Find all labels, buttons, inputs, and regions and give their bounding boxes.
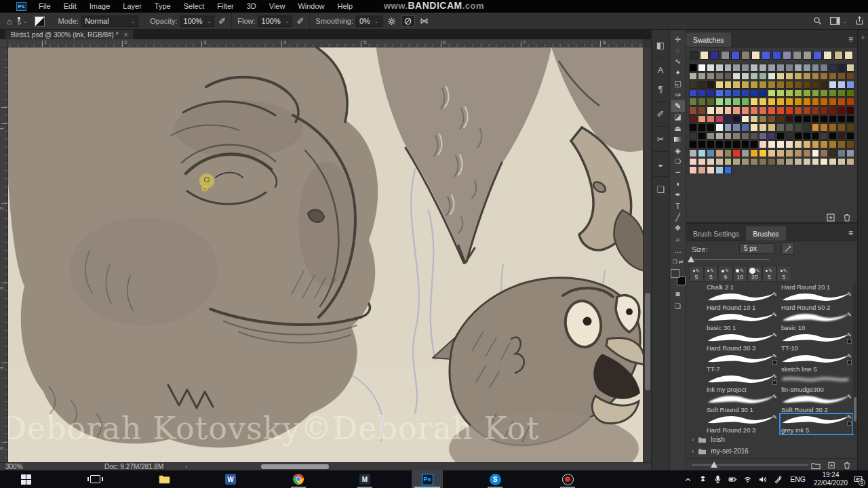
color-swatch[interactable] (715, 158, 724, 166)
color-swatch[interactable] (750, 132, 758, 140)
mode-select[interactable]: Normal ⌄ (81, 16, 138, 27)
color-swatch[interactable] (829, 98, 837, 106)
layers-panel-icon[interactable]: ❏ (653, 182, 668, 197)
battery-icon[interactable] (728, 475, 737, 484)
color-swatch[interactable] (820, 132, 828, 140)
pressure-size-icon[interactable] (401, 15, 415, 27)
smoothing-select[interactable]: 0% ⌄ (356, 16, 382, 27)
clone-stamp-tool[interactable]: ⏏ (671, 123, 685, 134)
color-swatch[interactable] (846, 89, 854, 98)
eyedropper-tool[interactable]: ✑ (671, 89, 685, 100)
color-swatch[interactable] (689, 81, 697, 89)
color-swatch[interactable] (829, 132, 837, 140)
color-swatch[interactable] (820, 158, 828, 166)
slider-thumb[interactable] (688, 256, 694, 262)
clock[interactable]: 19:24 22/04/2020 (814, 471, 848, 487)
color-swatch[interactable] (689, 115, 697, 123)
workspace-switcher[interactable]: ⌄ (830, 17, 847, 25)
color-swatch[interactable] (689, 140, 697, 148)
color-swatch[interactable] (689, 132, 697, 140)
color-swatch[interactable] (750, 81, 758, 89)
brush-preset-hard-round-20-3[interactable]: ✎ Hard Round 20 3 (705, 413, 778, 434)
color-swatch[interactable] (759, 73, 767, 81)
recent-brush-tile[interactable]: ✎ 5 (776, 266, 791, 282)
taskbar-app-word[interactable]: W (215, 470, 246, 488)
color-swatch[interactable] (785, 115, 793, 123)
color-swatch[interactable] (846, 81, 854, 89)
color-swatch[interactable] (698, 158, 706, 166)
color-swatch[interactable] (750, 106, 758, 115)
color-swatch[interactable] (715, 73, 724, 81)
vertical-scroll-thumb[interactable] (645, 293, 650, 390)
recent-swatch[interactable] (772, 51, 781, 60)
color-swatch[interactable] (724, 149, 732, 157)
color-swatch[interactable] (759, 123, 767, 131)
color-swatch[interactable] (698, 73, 706, 81)
color-swatch[interactable] (707, 81, 715, 89)
color-swatch[interactable] (715, 166, 724, 174)
color-swatch[interactable] (724, 158, 732, 166)
color-swatch[interactable] (689, 98, 697, 106)
chevron-right-icon[interactable]: › (692, 447, 694, 455)
color-swatch[interactable] (689, 106, 697, 115)
color-swatch[interactable] (724, 140, 732, 148)
panel-menu-icon[interactable]: ≡ (848, 228, 853, 238)
color-swatch[interactable] (698, 81, 706, 89)
color-swatch[interactable] (768, 158, 776, 166)
color-swatch[interactable] (741, 132, 749, 140)
color-swatch[interactable] (768, 89, 776, 98)
color-swatch[interactable] (732, 73, 741, 81)
color-swatch[interactable] (741, 140, 749, 148)
color-swatch[interactable] (837, 98, 846, 106)
color-swatch[interactable] (785, 132, 793, 140)
color-swatch[interactable] (837, 132, 846, 140)
foreground-color[interactable] (671, 269, 679, 278)
color-swatch[interactable] (724, 89, 732, 98)
color-swatch[interactable] (698, 140, 706, 148)
color-swatch[interactable] (837, 123, 846, 131)
color-swatch[interactable] (724, 64, 732, 72)
color-swatch[interactable] (846, 158, 854, 166)
canvas-vertical-scrollbar[interactable] (643, 47, 651, 462)
color-swatch[interactable] (776, 98, 785, 106)
color-swatch[interactable] (689, 73, 697, 81)
color-swatch[interactable] (741, 123, 749, 131)
airbrush-icon[interactable]: ✐ (296, 16, 304, 26)
color-swatch[interactable] (732, 158, 741, 166)
color-swatch[interactable] (715, 106, 724, 115)
color-swatch[interactable] (741, 98, 749, 106)
recent-swatch[interactable] (710, 51, 719, 60)
color-swatch[interactable] (715, 115, 724, 123)
color-swatch[interactable] (724, 106, 732, 115)
gradient-tool[interactable] (671, 134, 685, 145)
color-swatch[interactable] (741, 81, 749, 89)
close-icon[interactable]: × (124, 31, 128, 39)
color-swatch[interactable] (759, 89, 767, 98)
color-swatch[interactable] (820, 98, 828, 106)
character-panel-icon[interactable]: A (653, 62, 668, 77)
color-swatch[interactable] (750, 64, 758, 72)
color-swatch[interactable] (689, 64, 697, 72)
color-swatch[interactable] (715, 132, 724, 140)
dodge-tool[interactable]: ◖ (671, 178, 685, 189)
paint-symmetry-icon[interactable]: ⋈ (418, 15, 431, 27)
blur-tool[interactable]: ❍ (671, 156, 685, 167)
paint-bucket-tool[interactable]: ◈ (671, 145, 685, 156)
color-swatch[interactable] (715, 89, 724, 98)
color-swatch[interactable] (794, 115, 802, 123)
pressure-opacity-icon[interactable]: ✐ (218, 16, 226, 26)
color-swatch[interactable] (707, 132, 715, 140)
color-swatch[interactable] (794, 149, 802, 157)
recent-swatch[interactable] (700, 51, 709, 60)
color-swatch[interactable] (829, 140, 837, 148)
color-swatch[interactable] (812, 115, 820, 123)
color-swatch[interactable] (776, 132, 785, 140)
brush-preset-fin-smudge300[interactable]: fin-smudge300 (780, 373, 853, 394)
color-swatch[interactable] (715, 140, 724, 148)
canvas[interactable]: Deborah Kotovsky©Deborah Kot (8, 47, 643, 462)
color-swatch[interactable] (698, 106, 706, 115)
color-swatch[interactable] (741, 158, 749, 166)
color-swatch[interactable] (803, 73, 811, 81)
color-swatch[interactable] (741, 149, 749, 157)
color-swatch[interactable] (820, 140, 828, 148)
